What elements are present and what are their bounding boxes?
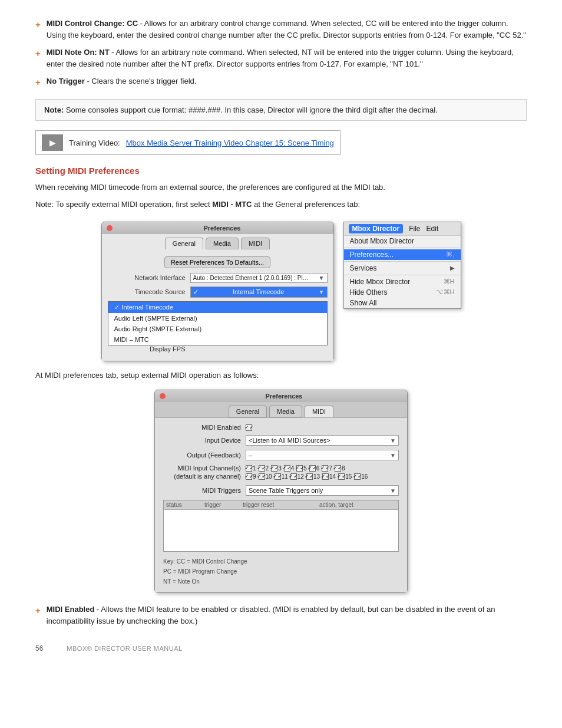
- note-text: Some consoles support cue format: ####.#…: [64, 106, 437, 114]
- menu-about[interactable]: About Mbox Director: [344, 236, 461, 246]
- training-link[interactable]: Mbox Media Server Training Video Chapter…: [126, 139, 334, 147]
- midi-enabled-checkbox[interactable]: ✓: [246, 424, 252, 431]
- bullet-plus-cc: +: [35, 18, 41, 32]
- mac-menu-bar: Mbox Director File Edit: [344, 222, 461, 236]
- bullet-text-nt: MIDI Note On: NT - Allows for an arbitra…: [47, 47, 527, 70]
- ch16[interactable]: ✓ 16: [354, 473, 368, 480]
- dialog-tabs-1: General Media MIDI: [102, 234, 333, 249]
- training-video-row: Training Video: Mbox Media Server Traini…: [35, 130, 340, 155]
- tab-general-2[interactable]: General: [229, 406, 267, 417]
- ch11[interactable]: ✓ 11: [275, 473, 288, 480]
- bullet-list-top: + MIDI Control Change: CC - Allows for a…: [35, 18, 527, 90]
- section-heading: Setting MIDI Preferences: [35, 166, 527, 176]
- ch6[interactable]: ✓ 6: [309, 465, 320, 472]
- ch14[interactable]: ✓ 14: [322, 473, 336, 480]
- close-button-1[interactable]: [107, 225, 113, 231]
- bullet-text-cc: MIDI Control Change: CC - Allows for an …: [47, 18, 527, 41]
- dropdown-item-internal[interactable]: ✓Internal Timecode: [108, 302, 327, 313]
- menu-edit[interactable]: Edit: [427, 225, 439, 233]
- ch1[interactable]: ✓ 1: [246, 465, 256, 472]
- body-text-1: When receiving MIDI timecode from an ext…: [35, 182, 527, 194]
- tab-midi-1[interactable]: MIDI: [241, 238, 270, 249]
- ch5[interactable]: ✓ 5: [296, 465, 307, 472]
- output-feedback-field[interactable]: – ▼: [246, 450, 399, 460]
- midi-enabled-row: MIDI Enabled ✓: [163, 424, 399, 431]
- divider-1: [344, 248, 461, 248]
- screenshots-row-1: Preferences General Media MIDI Reset Pre…: [35, 222, 527, 361]
- timecode-source-field[interactable]: ✓ Internal Timecode ▼: [190, 286, 328, 298]
- menu-services[interactable]: Services ▶: [344, 263, 461, 274]
- col-trigger: trigger: [204, 502, 243, 508]
- divider-2: [344, 261, 461, 262]
- channels-row: MIDI Input Channel(s) ✓ 1 ✓ 2 ✓ 3 ✓ 4 ✓ …: [163, 465, 399, 481]
- network-interface-field[interactable]: Auto : Detected Ethernet 1 (2.0.0.169) :…: [190, 273, 328, 283]
- list-item-midi-enabled: + MIDI Enabled - Allows the MIDI feature…: [35, 604, 527, 627]
- dialog-body-1: Reset Preferences To Defaults... Network…: [102, 249, 333, 361]
- menu-hide-others[interactable]: Hide Others ⌥⌘H: [344, 287, 461, 298]
- bullet-text-midi-enabled: MIDI Enabled - Allows the MIDI feature t…: [47, 604, 527, 627]
- dropdown-item-audio-right[interactable]: Audio Right (SMPTE External): [108, 324, 327, 334]
- tab-media-2[interactable]: Media: [269, 406, 302, 417]
- bullet-text-notrigger: No Trigger - Clears the scene's trigger …: [47, 75, 197, 87]
- dialog-title-1: Preferences: [116, 225, 329, 232]
- services-arrow: ▶: [450, 265, 455, 271]
- menu-show-all[interactable]: Show All: [344, 298, 461, 308]
- display-fps-row: Display FPS: [108, 345, 328, 353]
- ch15[interactable]: ✓ 15: [338, 473, 352, 480]
- term-notrigger: No Trigger: [47, 77, 85, 85]
- page-footer: 56 MBOX® DIRECTOR USER MANUAL: [35, 644, 527, 653]
- bullet-plus-nt: +: [35, 47, 41, 61]
- ch2[interactable]: ✓ 2: [259, 465, 269, 472]
- dialog-titlebar-1: Preferences: [102, 222, 333, 234]
- ch4[interactable]: ✓ 4: [284, 465, 295, 472]
- key-nt: NT = Note On: [163, 577, 399, 587]
- network-interface-label: Network Interface: [108, 274, 190, 281]
- dropdown-item-audio-left[interactable]: Audio Left (SMPTE External): [108, 313, 327, 324]
- preferences-dialog-1: Preferences General Media MIDI Reset Pre…: [101, 222, 334, 361]
- body-text-3: At MIDI preferences tab, setup external …: [35, 370, 527, 382]
- menu-hide-mbox[interactable]: Hide Mbox Director ⌘H: [344, 276, 461, 287]
- ch9[interactable]: ✓ 9: [246, 473, 256, 480]
- key-legend: Key: CC = MIDI Control Change PC = MIDI …: [163, 556, 399, 587]
- ch12[interactable]: ✓ 12: [290, 473, 304, 480]
- dialog-titlebar-2: Preferences: [155, 390, 407, 402]
- screenshots-row-2: Preferences General Media MIDI MIDI Enab…: [35, 390, 527, 593]
- bullet-plus-midi-enabled: +: [35, 604, 41, 618]
- menu-file[interactable]: File: [409, 225, 420, 233]
- output-feedback-row: Output (Feedback) – ▼: [163, 450, 399, 460]
- ch8[interactable]: ✓ 8: [335, 465, 345, 472]
- triggers-field[interactable]: Scene Table Triggers only ▼: [246, 485, 399, 496]
- midi-enabled-label: MIDI Enabled: [163, 424, 246, 431]
- dialog-title-2: Preferences: [166, 393, 402, 400]
- dropdown-list: ✓Internal Timecode Audio Left (SMPTE Ext…: [108, 301, 328, 345]
- input-device-row: Input Device <Listen to All MIDI Sources…: [163, 435, 399, 446]
- list-item-nt: + MIDI Note On: NT - Allows for an arbit…: [35, 47, 527, 70]
- input-device-arrow: ▼: [390, 437, 396, 444]
- dialog-tabs-2: General Media MIDI: [155, 402, 407, 418]
- reset-defaults-button[interactable]: Reset Preferences To Defaults...: [164, 256, 270, 268]
- tab-general-1[interactable]: General: [165, 238, 203, 249]
- trigger-table-body: [164, 510, 398, 551]
- tab-midi-2[interactable]: MIDI: [305, 406, 333, 417]
- trigger-table-header: status trigger trigger reset action, tar…: [164, 500, 398, 510]
- ch3[interactable]: ✓ 3: [271, 465, 282, 472]
- mac-menu: Mbox Director File Edit About Mbox Direc…: [343, 222, 461, 309]
- menu-preferences[interactable]: Preferences... ⌘,: [344, 249, 461, 260]
- network-interface-row: Network Interface Auto : Detected Ethern…: [108, 273, 328, 283]
- triggers-row: MIDI Triggers Scene Table Triggers only …: [163, 485, 399, 496]
- network-field-arrow: ▼: [319, 275, 325, 281]
- dropdown-item-midi-mtc[interactable]: MIDI – MTC: [108, 334, 327, 345]
- col-action-target: action, target: [319, 502, 396, 508]
- ch10[interactable]: ✓ 10: [259, 473, 272, 480]
- col-trigger-reset: trigger reset: [243, 502, 319, 508]
- ch13[interactable]: ✓ 13: [306, 473, 320, 480]
- input-device-field[interactable]: <Listen to All MIDI Sources> ▼: [246, 435, 399, 446]
- timecode-checkmark: ✓: [193, 288, 199, 296]
- ch7[interactable]: ✓ 7: [322, 465, 332, 472]
- output-feedback-label: Output (Feedback): [163, 452, 246, 459]
- tab-media-1[interactable]: Media: [206, 238, 239, 249]
- close-button-2[interactable]: [160, 393, 166, 399]
- channels-label: MIDI Input Channel(s): [163, 465, 246, 472]
- channels-line-1: MIDI Input Channel(s) ✓ 1 ✓ 2 ✓ 3 ✓ 4 ✓ …: [163, 465, 399, 472]
- note-box: Note: Some consoles support cue format: …: [35, 99, 527, 121]
